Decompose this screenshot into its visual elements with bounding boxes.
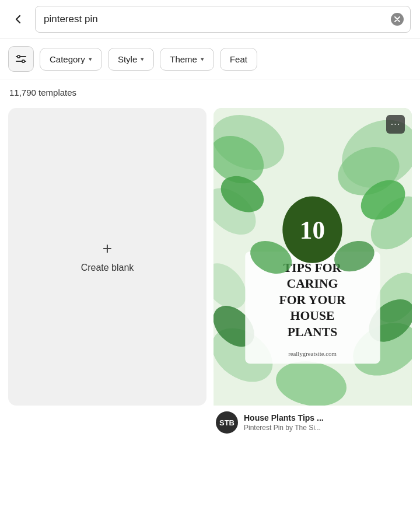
- plant-template-svg: 10 TIPS FOR CARING FOR YOUR HOUSE PLANTS…: [214, 108, 412, 406]
- filter-bar: Category ▾ Style ▾ Theme ▾ Feat: [0, 39, 420, 79]
- style-filter-chip[interactable]: Style ▾: [108, 48, 154, 71]
- feat-filter-chip[interactable]: Feat: [220, 48, 257, 71]
- avatar: STB: [216, 411, 238, 434]
- search-input-wrapper: [35, 6, 411, 33]
- search-bar: [0, 0, 420, 39]
- sliders-icon: [15, 53, 27, 65]
- category-filter-chip[interactable]: Category ▾: [40, 48, 102, 71]
- create-blank-label: Create blank: [81, 263, 134, 273]
- template-thumbnail: 10 TIPS FOR CARING FOR YOUR HOUSE PLANTS…: [214, 108, 412, 406]
- template-info: STB House Plants Tips ... Pinterest Pin …: [214, 406, 412, 436]
- feat-label: Feat: [230, 54, 247, 64]
- svg-text:10: 10: [300, 216, 325, 244]
- chevron-down-icon: ▾: [201, 55, 204, 63]
- plus-icon: +: [103, 240, 112, 257]
- back-button[interactable]: [9, 10, 28, 29]
- template-grid: + Create blank: [0, 103, 420, 448]
- more-options-button[interactable]: ···: [386, 115, 405, 134]
- style-label: Style: [118, 54, 137, 64]
- back-icon: [13, 14, 24, 25]
- search-clear-button[interactable]: [391, 13, 404, 26]
- template-subtitle: Pinterest Pin by The Si...: [244, 424, 324, 432]
- close-icon: [394, 16, 400, 22]
- theme-filter-chip[interactable]: Theme ▾: [160, 48, 214, 71]
- svg-point-1: [18, 55, 20, 58]
- template-count: 11,790 templates: [0, 79, 420, 103]
- chevron-down-icon: ▾: [141, 55, 144, 63]
- svg-text:FOR YOUR: FOR YOUR: [279, 293, 345, 307]
- template-text-info: House Plants Tips ... Pinterest Pin by T…: [244, 413, 324, 432]
- svg-text:PLANTS: PLANTS: [288, 325, 337, 339]
- theme-label: Theme: [170, 54, 197, 64]
- svg-point-3: [22, 60, 24, 62]
- search-input[interactable]: [35, 6, 411, 33]
- template-title: House Plants Tips ...: [244, 413, 324, 422]
- template-card-house-plants[interactable]: 10 TIPS FOR CARING FOR YOUR HOUSE PLANTS…: [214, 108, 412, 436]
- category-label: Category: [50, 54, 85, 64]
- svg-text:CARING: CARING: [287, 277, 338, 291]
- chevron-down-icon: ▾: [89, 55, 92, 63]
- create-blank-card[interactable]: + Create blank: [8, 108, 206, 406]
- filter-options-button[interactable]: [8, 46, 34, 72]
- svg-text:TIPS FOR: TIPS FOR: [284, 261, 342, 275]
- svg-text:HOUSE: HOUSE: [290, 309, 335, 323]
- avatar-initials: STB: [219, 418, 235, 427]
- svg-text:reallygreatsite.com: reallygreatsite.com: [288, 350, 337, 357]
